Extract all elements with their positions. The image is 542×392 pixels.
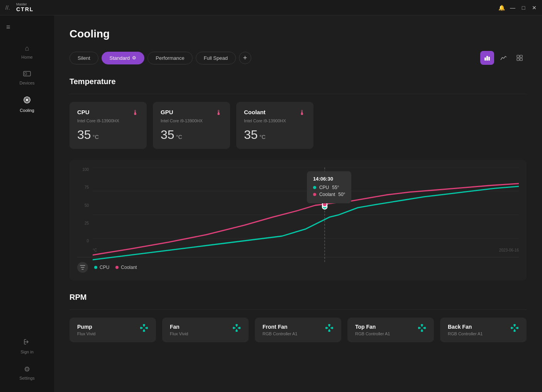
main-layout: ≡ ⌂ Home Devices [0,15,542,392]
top-fan-icon [418,324,426,334]
temp-card-gpu-subtitle: Intel Core i9-13900HX [161,118,222,123]
tab-silent[interactable]: Silent [69,52,98,64]
temp-card-cpu: CPU 🌡 Intel Core i9-13900HX 35 °C [69,102,147,149]
temperature-chart-container: 100 75 50 25 0 [69,160,527,280]
sidebar-item-settings[interactable]: ⚙ Settings [0,360,54,386]
sidebar-item-cooling[interactable]: Cooling [0,91,54,118]
line-chart-icon [500,54,507,61]
rpm-card-fan-subtitle: Flux Vivid [170,331,188,336]
temp-card-gpu-label: GPU [161,109,173,115]
rpm-card-back-fan-header: Back Fan RGB Controller A1 [448,324,519,336]
rpm-card-back-fan-label: Back Fan [448,324,483,330]
rpm-card-front-fan-label: Front Fan [263,324,297,330]
chart-svg [93,167,519,262]
svg-point-25 [236,327,238,329]
thermometer-cpu-icon: 🌡 [132,109,139,117]
svg-rect-15 [520,58,522,61]
temp-card-coolant-value: 35 °C [244,128,306,142]
rpm-card-top-fan-header: Top Fan RGB Controller A1 [355,324,426,336]
temp-card-cpu-subtitle: Intel Core i9-13900HX [77,118,139,123]
minimize-button[interactable]: — [510,5,516,11]
chart-bar-icon [484,54,491,61]
app-window: //. Master CTRL 🔔 — □ ✕ ≡ ⌂ Home [0,0,542,392]
rpm-card-top-fan-label: Top Fan [355,324,390,330]
tab-performance[interactable]: Performance [147,52,192,64]
rpm-card-front-fan-header: Front Fan RGB Controller A1 [263,324,334,336]
tooltip-cpu-label: CPU [319,185,329,190]
svg-point-27 [421,327,423,329]
sidebar-item-signin[interactable]: Sign in [0,333,54,360]
y-label-100: 100 [77,167,89,172]
fan-icon [232,324,241,334]
chart-y-axis: 100 75 50 25 0 [77,167,91,243]
y-label-0: 0 [77,239,89,243]
tooltip-coolant-dot [313,193,316,196]
rpm-card-top-fan: Top Fan RGB Controller A1 [347,318,434,342]
y-label-25: 25 [77,221,89,225]
temperature-chart[interactable]: 100 75 50 25 0 [77,167,519,252]
temp-card-cpu-header: CPU 🌡 [77,109,139,117]
sidebar-item-home[interactable]: ⌂ Home [0,39,54,65]
temp-card-coolant-header: Coolant 🌡 [244,109,306,117]
svg-text://.: //. [5,5,10,11]
svg-rect-10 [486,56,488,61]
svg-rect-12 [517,55,519,57]
sidebar: ≡ ⌂ Home Devices [0,15,54,392]
titlebar-logo: //. Master CTRL [5,3,34,13]
logo-master-label: Master [16,3,34,6]
sidebar-toggle-button[interactable]: ≡ [0,19,54,36]
filter-icon [80,265,85,270]
app-logo-icon: //. [5,3,14,12]
temp-card-gpu: GPU 🌡 Intel Core i9-13900HX 35 °C [153,102,230,149]
rpm-card-pump-subtitle: Flux Vivid [77,331,95,336]
y-label-50: 50 [77,203,89,208]
logo-text-group: Master CTRL [16,3,34,13]
tab-add-button[interactable]: + [239,52,251,64]
restore-button[interactable]: □ [520,5,527,11]
main-content: Cooling Silent Standard ⚙ Performance Fu… [54,15,542,392]
svg-rect-14 [517,58,519,61]
notification-icon[interactable]: 🔔 [498,5,505,11]
temperature-section-title: Temperature [69,77,527,86]
svg-point-26 [329,327,330,329]
sidebar-item-devices[interactable]: Devices [0,65,54,91]
temperature-divider [69,94,527,94]
view-chart-bar-button[interactable] [480,51,494,65]
svg-point-24 [143,327,145,329]
tooltip-coolant-row: Coolant 50° [313,192,346,197]
legend-coolant-item: Coolant [115,265,137,270]
legend-filter-button[interactable] [77,262,88,273]
view-grid-button[interactable] [513,51,527,65]
sidebar-item-devices-label: Devices [19,81,34,85]
standard-gear-icon: ⚙ [132,55,136,61]
tooltip-cpu-row: CPU 55° [313,185,346,190]
sidebar-item-settings-label: Settings [19,376,35,380]
tab-full-spread[interactable]: Full Spead [196,52,236,64]
legend-coolant-dot [115,266,119,269]
devices-icon [23,70,31,78]
svg-rect-9 [484,57,486,61]
rpm-card-pump: Pump Flux Vivid [69,318,156,342]
legend-coolant-label: Coolant [121,265,137,270]
tabs-row: Silent Standard ⚙ Performance Full Spead… [69,51,527,65]
view-line-chart-button[interactable] [496,51,510,65]
sidebar-bottom: Sign in ⚙ Settings [0,333,54,389]
sidebar-item-signin-label: Sign in [20,350,34,354]
svg-point-28 [514,327,516,329]
temp-card-coolant-subtitle: Intel Core i9-13900HX [244,118,306,123]
rpm-card-front-fan-subtitle: RGB Controller A1 [263,331,297,336]
grid-icon [516,54,523,61]
legend-cpu-label: CPU [100,265,109,270]
titlebar-controls: 🔔 — □ ✕ [498,5,537,11]
tooltip-time: 14:06:30 [313,176,346,182]
close-button[interactable]: ✕ [531,5,537,11]
svg-rect-2 [25,73,27,75]
cooling-icon [23,96,31,106]
temp-card-gpu-header: GPU 🌡 [161,109,222,117]
home-icon: ⌂ [25,44,29,52]
legend-cpu-dot [94,266,97,269]
tooltip-coolant-label: Coolant [319,192,335,197]
tab-standard[interactable]: Standard ⚙ [102,52,145,64]
rpm-section-title: RPM [69,293,527,302]
rpm-card-back-fan-subtitle: RGB Controller A1 [448,331,483,336]
